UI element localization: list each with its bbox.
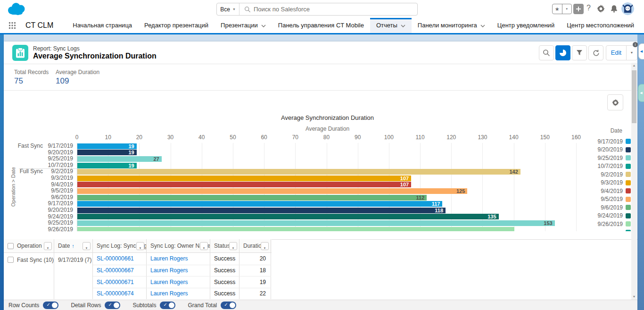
nav-tab-workplaces[interactable]: Места работы [640, 18, 644, 33]
chart-bar[interactable]: 107 [77, 176, 411, 181]
x-axis-tick-label: 40 [198, 134, 205, 141]
legend-color-chip [626, 147, 631, 152]
sync-log-link[interactable]: SL-000000674 [97, 290, 134, 297]
legend-item[interactable]: 9/26/2019 [598, 220, 631, 228]
owner-link[interactable]: Lauren Rogers [150, 255, 188, 262]
owner-link[interactable]: Lauren Rogers [150, 290, 188, 297]
footer-toggle-row-counts: Row Counts✓ [8, 302, 58, 309]
report-refresh-button[interactable] [588, 45, 603, 60]
search-input[interactable] [254, 6, 417, 13]
column-filter-button[interactable]: ▼ [200, 242, 208, 250]
chart-bar[interactable]: 117 [77, 201, 442, 207]
table-row[interactable]: SL-000000661Lauren RogersSuccess20 [93, 253, 271, 265]
chart-settings-button[interactable] [607, 94, 623, 110]
legend-color-chip [626, 221, 631, 226]
nav-tab-home[interactable]: Начальная страница [66, 18, 138, 33]
legend-item[interactable]: 9/6/2019 [601, 203, 631, 212]
table-row[interactable]: SL-000000674Lauren RogersSuccess22 [93, 288, 271, 300]
salesforce-logo-icon[interactable] [7, 2, 26, 17]
legend-item[interactable]: 9/3/2019 [601, 179, 631, 187]
owner-cell: Lauren Rogers [147, 265, 210, 276]
scroll-down-arrow-icon[interactable]: ▼ [631, 294, 637, 300]
nav-tab-location-center[interactable]: Центр местоположений [561, 18, 640, 33]
nav-tab-presentation-editor[interactable]: Редактор презентаций [138, 18, 215, 33]
report-chart-toggle-button[interactable] [555, 45, 570, 60]
legend-item[interactable]: 9/4/2019 [601, 187, 631, 195]
vertical-scrollbar[interactable]: ▲ ▼ [631, 63, 637, 300]
legend-item[interactable]: 9/20/2019 [598, 146, 631, 154]
help-button[interactable]: ? [586, 4, 591, 12]
scrollbar-thumb[interactable] [632, 70, 636, 123]
table-row[interactable]: SL-000000671Lauren RogersSuccess19 [93, 276, 271, 288]
chart-bar[interactable]: 142 [77, 169, 520, 175]
toggle-row-counts[interactable]: ✓ [43, 302, 58, 309]
owner-link[interactable]: Lauren Rogers [150, 267, 188, 274]
chevron-down-icon [480, 18, 485, 33]
user-avatar[interactable] [621, 2, 634, 15]
chart-bar[interactable]: 19 [77, 143, 137, 149]
column-filter-button[interactable]: ▼ [44, 242, 52, 250]
chart-bar[interactable]: 153 [77, 220, 555, 226]
chart-bar[interactable]: 118 [77, 208, 446, 213]
legend-item[interactable]: 10/7/2019 [598, 162, 631, 171]
table-row[interactable]: SL-000000667Lauren RogersSuccess18 [93, 265, 271, 276]
nav-tab-reports[interactable]: Отчеты [370, 18, 412, 33]
chart-bar[interactable]: 125 [77, 188, 467, 194]
toggle-grand-total[interactable]: ✓ [221, 302, 236, 309]
chart-bar[interactable]: 112 [77, 195, 427, 201]
column-filter-button[interactable]: ▼ [261, 242, 269, 250]
info-icon[interactable]: i [633, 42, 638, 47]
chart-bar[interactable] [77, 227, 514, 231]
column-filter-button[interactable]: ▼ [136, 242, 144, 250]
select-all-checkbox[interactable] [8, 243, 14, 249]
triangle-down-icon[interactable]: ▼ [562, 4, 572, 14]
notifications-bell-button[interactable] [610, 5, 618, 15]
sync-log-link[interactable]: SL-000000671 [97, 279, 134, 285]
chart-bar[interactable]: 27 [77, 156, 162, 162]
triangle-down-icon: ▼ [232, 247, 235, 250]
nav-tab-dashboards[interactable]: Панели мониторинга [412, 18, 491, 33]
legend-item[interactable] [623, 228, 631, 232]
nav-tab-label: Центр уведомлений [497, 18, 554, 33]
funnel-icon [576, 50, 583, 56]
star-icon[interactable]: ★ [553, 4, 562, 14]
owner-link[interactable]: Lauren Rogers [150, 279, 188, 285]
report-search-button[interactable] [539, 45, 554, 60]
panel-expand-handle-2[interactable]: ◀ [638, 84, 644, 102]
chart-bar[interactable]: 135 [77, 214, 499, 219]
chart-bar[interactable]: 19 [77, 163, 137, 168]
favorites-button-group[interactable]: ★ ▼ [552, 4, 572, 14]
setup-gear-button[interactable] [597, 5, 605, 15]
edit-button[interactable]: Edit [606, 45, 627, 60]
scroll-up-arrow-icon[interactable]: ▲ [631, 63, 637, 68]
search-scope-dropdown[interactable]: Все ▼ [217, 3, 239, 15]
chart-bar[interactable]: 19 [77, 150, 137, 155]
toggle-detail-rows[interactable]: ✓ [105, 302, 120, 309]
legend-item[interactable]: 9/2/2019 [601, 170, 631, 179]
column-filter-button[interactable]: ▼ [83, 242, 91, 250]
column-filter-button[interactable]: ▼ [229, 242, 237, 250]
toggle-subtotals[interactable]: ✓ [160, 302, 175, 309]
legend-item[interactable]: 9/5/2019 [601, 195, 631, 204]
panel-expand-handle[interactable]: ◀ [638, 43, 644, 59]
nav-tab-notification-center[interactable]: Центр уведомлений [491, 18, 561, 33]
row-group-checkbox[interactable] [8, 257, 14, 263]
legend-item[interactable]: 9/24/2019 [598, 212, 631, 220]
report-filter-button[interactable] [572, 45, 587, 60]
sync-log-cell: SL-000000661 [93, 253, 147, 265]
duration-value: 22 [260, 290, 266, 297]
legend-item[interactable]: 9/25/2019 [598, 154, 631, 162]
edit-dropdown-button[interactable]: ▼ [626, 45, 637, 60]
chart-bar[interactable]: 107 [77, 182, 411, 187]
nav-tab-presentations[interactable]: Презентации [215, 18, 272, 33]
page-title: Average Synchronization Duration [33, 52, 157, 60]
chart-row-label: 9/20/2019 [48, 207, 73, 214]
nav-tab-ct-mobile-panel[interactable]: Панель управления CT Mobile [272, 18, 370, 33]
app-launcher-waffle-icon[interactable] [8, 22, 16, 33]
global-add-button[interactable] [573, 4, 584, 14]
sync-log-link[interactable]: SL-000000667 [97, 267, 134, 274]
sync-log-link[interactable]: SL-000000661 [97, 255, 134, 262]
legend-item[interactable]: 9/17/2019 [598, 137, 631, 146]
chart-bar-value: 117 [432, 201, 440, 207]
chart-row-label: 9/25/2019 [48, 156, 73, 162]
